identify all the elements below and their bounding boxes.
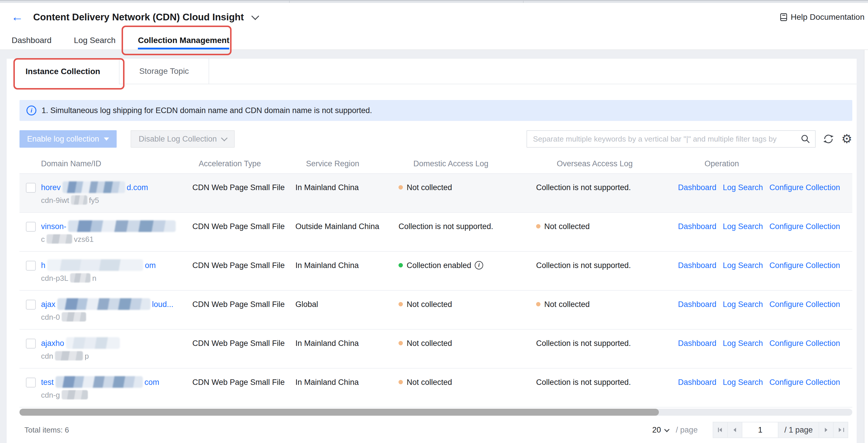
- current-page-input[interactable]: 1: [742, 422, 778, 438]
- domain-cell: ajaxhocdnp: [41, 337, 192, 368]
- redacted-domain-mosaic: [68, 220, 176, 232]
- previous-page-button[interactable]: [727, 422, 742, 438]
- domain-link[interactable]: ajaxho: [41, 337, 186, 350]
- help-documentation-link[interactable]: Help Documentation: [779, 3, 865, 31]
- status-dot: [399, 185, 403, 190]
- subtab-instance-collection[interactable]: Instance Collection: [7, 59, 120, 84]
- operation-link-configure-collection[interactable]: Configure Collection: [769, 378, 840, 386]
- access-log-cell: Not collected: [399, 376, 536, 407]
- operation-link-dashboard[interactable]: Dashboard: [678, 261, 716, 270]
- refresh-icon[interactable]: [823, 133, 834, 145]
- service-region-cell: In Mainland China: [296, 376, 399, 407]
- operation-link-dashboard[interactable]: Dashboard: [678, 300, 716, 309]
- operation-link-configure-collection[interactable]: Configure Collection: [769, 339, 840, 348]
- operation-link-configure-collection[interactable]: Configure Collection: [769, 300, 840, 309]
- info-icon[interactable]: i: [475, 261, 483, 269]
- acceleration-type-cell: CDN Web Page Small File: [192, 181, 295, 212]
- sub-tabs: Instance Collection Storage Topic: [7, 59, 857, 84]
- back-arrow-icon[interactable]: ←: [11, 10, 23, 24]
- redacted-id-mosaic: [62, 390, 88, 399]
- subtab-instance-collection-label: Instance Collection: [26, 67, 100, 76]
- column-header-domestic: Domestic Access Log: [413, 159, 557, 168]
- enable-log-collection-button[interactable]: Enable log collection: [20, 130, 117, 148]
- settings-gear-icon[interactable]: ⚙: [841, 133, 852, 145]
- operation-link-dashboard[interactable]: Dashboard: [678, 378, 716, 386]
- row-checkbox[interactable]: [26, 339, 36, 348]
- browser-scrollbar-strip[interactable]: [864, 50, 868, 443]
- search-input[interactable]: [527, 130, 816, 148]
- redacted-domain-mosaic: [57, 298, 150, 310]
- operation-link-configure-collection[interactable]: Configure Collection: [769, 183, 840, 192]
- operation-link-dashboard[interactable]: Dashboard: [678, 222, 716, 231]
- operation-link-log-search[interactable]: Log Search: [723, 378, 763, 386]
- column-header-operation: Operation: [705, 159, 852, 168]
- domain-link[interactable]: testcom: [41, 376, 186, 389]
- page-size-select[interactable]: 20: [652, 425, 669, 435]
- table-row: ajaxhocdnpCDN Web Page Small FileIn Main…: [20, 330, 852, 369]
- tab-collection-management[interactable]: Collection Management: [138, 31, 229, 49]
- domain-id: cdn-0: [41, 312, 186, 322]
- row-checkbox-cell: [20, 220, 41, 251]
- operation-link-dashboard[interactable]: Dashboard: [678, 339, 716, 348]
- operation-link-log-search[interactable]: Log Search: [723, 261, 763, 270]
- operation-cell: DashboardLog SearchConfigure Collection: [678, 181, 852, 212]
- row-checkbox[interactable]: [26, 261, 36, 271]
- operation-link-log-search[interactable]: Log Search: [723, 183, 763, 192]
- tab-collection-management-label: Collection Management: [138, 36, 229, 45]
- service-region-cell: Outside Mainland China: [296, 220, 399, 251]
- subtab-storage-topic-label: Storage Topic: [140, 67, 189, 76]
- operation-link-configure-collection[interactable]: Configure Collection: [769, 222, 840, 231]
- redacted-domain-mosaic: [66, 337, 120, 349]
- status-dot: [399, 263, 403, 267]
- domain-link[interactable]: horevd.com: [41, 181, 186, 194]
- row-checkbox[interactable]: [26, 222, 36, 232]
- domain-link[interactable]: vinson-: [41, 220, 186, 233]
- subtab-filler: [209, 59, 857, 84]
- status-label: Not collected: [407, 378, 452, 386]
- domain-cell: ajaxloud...cdn-0: [41, 298, 192, 329]
- acceleration-type-cell: CDN Web Page Small File: [192, 298, 295, 329]
- operation-link-dashboard[interactable]: Dashboard: [678, 183, 716, 192]
- row-checkbox[interactable]: [26, 183, 36, 193]
- operation-link-log-search[interactable]: Log Search: [723, 339, 763, 348]
- content-panel: Instance Collection Storage Topic i 1. S…: [7, 59, 857, 443]
- row-checkbox-cell: [20, 337, 41, 368]
- tab-dashboard[interactable]: Dashboard: [12, 31, 52, 49]
- chevron-down-icon[interactable]: [251, 12, 259, 20]
- status-dot: [399, 341, 403, 345]
- operation-link-configure-collection[interactable]: Configure Collection: [769, 261, 840, 270]
- domain-link[interactable]: hom: [41, 259, 186, 272]
- page-title: Content Delivery Network (CDN) Cloud Ins…: [33, 3, 258, 31]
- row-checkbox-cell: [20, 376, 41, 407]
- toolbar: Enable log collection Disable Log Collec…: [20, 130, 852, 148]
- status-dot: [536, 302, 540, 306]
- tab-log-search[interactable]: Log Search: [74, 31, 116, 49]
- status-dot: [399, 302, 403, 306]
- status-label: Not collected: [544, 300, 590, 309]
- subtab-storage-topic[interactable]: Storage Topic: [120, 59, 209, 84]
- info-banner: i 1. Simultaneous log shipping for ECDN …: [20, 100, 852, 121]
- last-page-button[interactable]: [833, 422, 848, 438]
- horizontal-scrollbar-thumb[interactable]: [20, 409, 659, 416]
- redacted-id-mosaic: [46, 234, 72, 244]
- page-root: ← Content Delivery Network (CDN) Cloud I…: [0, 0, 868, 443]
- disable-log-collection-button[interactable]: Disable Log Collection: [131, 130, 235, 148]
- operation-cell: DashboardLog SearchConfigure Collection: [678, 337, 852, 368]
- book-icon: [779, 12, 788, 22]
- domain-link[interactable]: ajaxloud...: [41, 298, 186, 311]
- row-checkbox[interactable]: [26, 300, 36, 310]
- row-checkbox[interactable]: [26, 378, 36, 387]
- acceleration-type-cell: CDN Web Page Small File: [192, 220, 295, 251]
- panel-content: i 1. Simultaneous log shipping for ECDN …: [7, 100, 857, 440]
- domain-id: cdn-9iwtfy5: [41, 195, 186, 206]
- search-icon[interactable]: [800, 133, 811, 146]
- operation-link-log-search[interactable]: Log Search: [723, 222, 763, 231]
- operation-link-log-search[interactable]: Log Search: [723, 300, 763, 309]
- table-header: Domain Name/ID Acceleration Type Service…: [20, 155, 852, 174]
- status-dot: [399, 380, 403, 384]
- operation-cell: DashboardLog SearchConfigure Collection: [678, 220, 852, 251]
- next-page-button[interactable]: [818, 422, 834, 438]
- total-items-label: Total items: 6: [25, 425, 69, 435]
- status-label: Collection is not supported.: [536, 183, 631, 192]
- first-page-button[interactable]: [713, 422, 728, 438]
